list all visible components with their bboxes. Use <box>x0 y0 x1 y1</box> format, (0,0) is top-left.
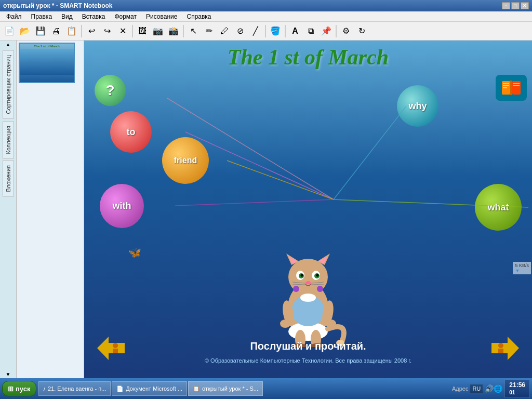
bottom-instruction: Послушай и прочитай. <box>250 340 366 352</box>
system-tray: 🔊🌐 <box>485 384 502 393</box>
toolbar-separator-2 <box>132 25 133 37</box>
windows-logo: ⊞ <box>8 385 14 393</box>
left-arrow-icon <box>97 334 126 363</box>
menu-draw[interactable]: Рисование <box>142 12 181 21</box>
svg-rect-3 <box>503 83 509 84</box>
select-icon: ↖ <box>190 26 197 36</box>
toolbar-new[interactable]: 📄 <box>2 24 17 38</box>
toolbar-paste[interactable]: 📌 <box>319 24 334 38</box>
toolbar-undo[interactable]: ↩ <box>84 24 99 38</box>
new-icon: 📄 <box>4 26 15 36</box>
svg-rect-6 <box>513 83 520 84</box>
toolbar-image[interactable]: 🖼 <box>135 24 150 38</box>
book-icon[interactable] <box>496 75 527 101</box>
svg-point-38 <box>280 320 290 328</box>
svg-rect-5 <box>503 87 507 88</box>
left-sidebar: ▲ Сортировщик страниц Коллекция Вложения… <box>0 41 17 378</box>
sidebar-tab-collection[interactable]: Коллекция <box>3 121 14 158</box>
balloon-question[interactable]: ? <box>95 75 126 106</box>
page-thumb-1[interactable]: The 1 st of March <box>19 43 75 83</box>
scroll-up[interactable]: ▲ <box>5 41 12 48</box>
balloon-with[interactable]: with <box>100 184 144 228</box>
toolbar: 📄 📂 💾 🖨 📋 ↩ ↪ ✕ 🖼 📷 📸 ↖ ✏ 🖊 ⊘ ╱ 🪣 A ⧉ 📌 … <box>0 22 532 41</box>
book-svg <box>501 79 522 97</box>
close-button[interactable]: ✕ <box>521 2 529 9</box>
nav-arrow-left[interactable] <box>97 334 126 363</box>
toolbar-more1[interactable]: ⚙ <box>339 24 353 38</box>
toolbar-screen[interactable]: 📷 <box>151 24 165 38</box>
toolbar-redo[interactable]: ↪ <box>100 24 114 38</box>
speed-indicator: 5 KB/s ▼ <box>513 262 531 274</box>
svg-point-24 <box>301 274 303 277</box>
slide-content: ? to friend with <box>84 70 532 378</box>
toolbar-more2[interactable]: ↻ <box>354 24 369 38</box>
taskbar-item-3[interactable]: 📋 открытый урок * - S... <box>188 381 263 396</box>
svg-rect-47 <box>113 349 118 353</box>
toolbar-text[interactable]: A <box>288 24 302 38</box>
toolbar-save[interactable]: 💾 <box>33 24 48 38</box>
menu-help[interactable]: Справка <box>182 12 215 21</box>
menu-edit[interactable]: Правка <box>27 12 57 21</box>
toolbar-cam[interactable]: 📸 <box>166 24 181 38</box>
nav-arrow-right[interactable] <box>490 334 519 363</box>
taskbar-item-3-icon: 📋 <box>193 385 200 392</box>
sidebar-tab-sorter[interactable]: Сортировщик страниц <box>3 50 14 119</box>
toolbar-print[interactable]: 🖨 <box>49 24 63 38</box>
taskbar: ⊞ пуск ♪ 21. Елена ваенга - п... 📄 Докум… <box>0 378 532 399</box>
svg-point-49 <box>498 343 503 348</box>
svg-rect-1 <box>512 81 521 95</box>
title-bar: открытый урок * - SMART Notebook − □ ✕ <box>0 0 532 11</box>
toolbar-line[interactable]: ╱ <box>248 24 263 38</box>
toolbar-open[interactable]: 📂 <box>18 24 32 38</box>
toolbar-separator-4 <box>265 25 266 37</box>
svg-point-26 <box>305 281 311 284</box>
svg-point-35 <box>300 294 316 302</box>
taskbar-item-1-icon: ♪ <box>43 385 46 392</box>
start-button[interactable]: ⊞ пуск <box>2 381 36 396</box>
taskbar-item-1[interactable]: ♪ 21. Елена ваенга - п... <box>38 381 111 396</box>
balloon-to[interactable]: to <box>110 111 152 153</box>
toolbar-pen[interactable]: ✏ <box>202 24 216 38</box>
svg-point-46 <box>113 343 118 348</box>
toolbar-separator-5 <box>285 25 286 37</box>
marker-icon: 🖊 <box>220 26 229 36</box>
svg-point-31 <box>293 286 299 292</box>
sidebar-tab-attachments[interactable]: Вложения <box>3 161 14 197</box>
save-icon: 💾 <box>35 26 46 36</box>
balloon-what[interactable]: what <box>475 184 522 231</box>
open-icon: 📂 <box>20 26 30 36</box>
svg-line-11 <box>175 200 334 206</box>
toolbar-fill[interactable]: 🪣 <box>268 24 283 38</box>
butterfly-decoration: 🦋 <box>128 246 141 259</box>
toolbar-separator-6 <box>336 25 337 37</box>
taskbar-items: ♪ 21. Елена ваенга - п... 📄 Документ Mic… <box>38 381 450 396</box>
minimize-button[interactable]: − <box>502 2 510 9</box>
toolbar-copy[interactable]: ⧉ <box>303 24 318 38</box>
menu-view[interactable]: Вид <box>57 12 77 21</box>
toolbar-eraser[interactable]: ⊘ <box>233 24 247 38</box>
balloon-why[interactable]: why <box>397 85 438 127</box>
refresh-icon: ↻ <box>358 26 365 36</box>
toolbar-marker[interactable]: 🖊 <box>217 24 232 38</box>
scroll-down[interactable]: ▼ <box>5 370 12 378</box>
svg-line-12 <box>334 106 406 200</box>
print-icon: 🖨 <box>52 26 60 36</box>
toolbar-select[interactable]: ↖ <box>186 24 201 38</box>
redo-icon: ↪ <box>104 26 111 36</box>
menu-format[interactable]: Формат <box>110 12 141 21</box>
svg-marker-48 <box>491 337 519 360</box>
menu-insert[interactable]: Вставка <box>78 12 110 21</box>
maximize-button[interactable]: □ <box>511 2 520 9</box>
toolbar-delete[interactable]: ✕ <box>115 24 130 38</box>
slide-title: The 1 st of March <box>228 45 389 70</box>
undo-icon: ↩ <box>88 26 95 36</box>
toolbar-pdf[interactable]: 📋 <box>64 24 79 38</box>
svg-line-10 <box>227 161 334 200</box>
menu-file[interactable]: Файл <box>2 12 26 21</box>
taskbar-item-2[interactable]: 📄 Документ Microsoft ... <box>112 381 187 396</box>
content-area: The 1 st of March ? to friend <box>84 41 532 378</box>
image-icon: 🖼 <box>138 26 147 36</box>
right-arrow-icon <box>490 334 519 363</box>
fill-icon: 🪣 <box>270 26 281 36</box>
balloon-friend[interactable]: friend <box>162 137 209 184</box>
